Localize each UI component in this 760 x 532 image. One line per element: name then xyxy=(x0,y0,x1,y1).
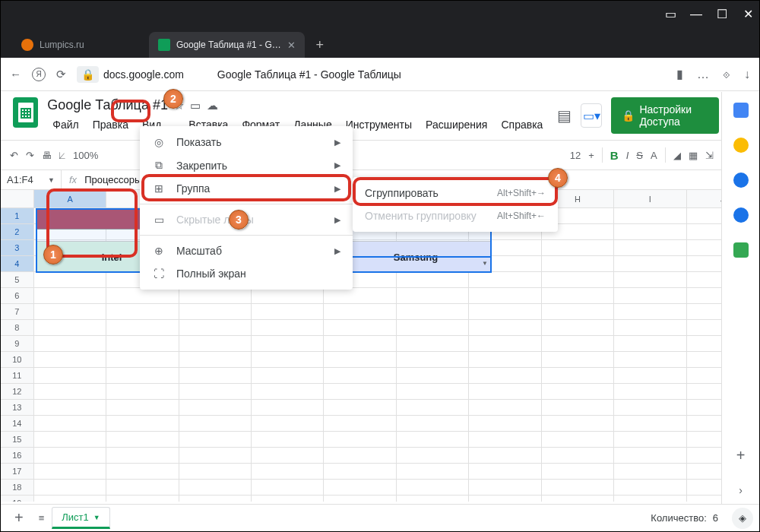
yandex-icon[interactable]: Я xyxy=(32,68,46,81)
menu-item[interactable]: СгруппироватьAlt+Shift+→ xyxy=(353,182,558,204)
cell[interactable] xyxy=(106,480,179,496)
browser-tab-active[interactable]: Google Таблица #1 - G… ✕ xyxy=(149,32,305,58)
cell[interactable] xyxy=(542,240,614,256)
merge-button[interactable]: ⇲ xyxy=(705,150,714,161)
column-header[interactable]: I xyxy=(614,190,686,208)
cell[interactable] xyxy=(397,304,469,320)
cell[interactable] xyxy=(397,320,469,336)
row-header[interactable]: 5 xyxy=(1,272,34,288)
new-tab-button[interactable]: + xyxy=(309,34,331,55)
cell[interactable] xyxy=(106,400,179,416)
cell[interactable] xyxy=(252,496,324,502)
all-sheets-button[interactable]: ≡ xyxy=(31,512,52,524)
spreadsheet-grid[interactable]: ABCDEFGHIJ123456789101112131415161718192… xyxy=(1,190,759,502)
cell[interactable] xyxy=(542,304,614,320)
print-button[interactable]: 🖶 xyxy=(42,150,52,161)
cell[interactable] xyxy=(179,336,252,352)
cell[interactable] xyxy=(179,448,252,464)
cell[interactable] xyxy=(106,432,179,448)
fill-color-button[interactable]: ◢ xyxy=(673,150,681,161)
cell[interactable] xyxy=(324,336,396,352)
cell[interactable] xyxy=(397,352,469,368)
cell[interactable] xyxy=(469,384,541,400)
menu-item[interactable]: ⧉Закрепить▶ xyxy=(140,154,353,177)
cell[interactable] xyxy=(469,320,541,336)
explore-button[interactable]: ◈ xyxy=(732,508,753,529)
comments-icon[interactable]: ▤ xyxy=(557,106,572,125)
cell[interactable] xyxy=(614,256,686,272)
formula-content[interactable]: Процессоры xyxy=(84,174,141,185)
cell[interactable] xyxy=(106,368,179,384)
cell[interactable] xyxy=(34,320,106,336)
undo-button[interactable]: ↶ xyxy=(10,150,18,161)
menu-extensions[interactable]: Расширения xyxy=(420,116,492,133)
cell[interactable] xyxy=(542,336,614,352)
cell[interactable] xyxy=(324,496,396,502)
cell[interactable] xyxy=(397,448,469,464)
cell[interactable] xyxy=(252,448,324,464)
cell[interactable] xyxy=(106,448,179,464)
cell[interactable] xyxy=(542,272,614,288)
cell[interactable] xyxy=(34,400,106,416)
cell[interactable] xyxy=(397,400,469,416)
cell[interactable] xyxy=(179,496,252,502)
move-icon[interactable]: ▭ xyxy=(190,99,201,112)
cell[interactable] xyxy=(614,240,686,256)
cell[interactable] xyxy=(614,432,686,448)
cell[interactable] xyxy=(614,336,686,352)
row-header[interactable]: 4 xyxy=(1,256,34,272)
bold-button[interactable]: B xyxy=(610,149,619,162)
cell[interactable] xyxy=(179,304,252,320)
sheet-tab[interactable]: Лист1 ▼ xyxy=(52,507,109,529)
merged-cell-samsung[interactable]: Samsung xyxy=(340,241,492,273)
contacts-icon[interactable] xyxy=(733,207,749,223)
cell[interactable] xyxy=(614,400,686,416)
cell[interactable] xyxy=(324,320,396,336)
cell[interactable] xyxy=(469,496,541,502)
cell[interactable] xyxy=(397,384,469,400)
row-header[interactable]: 14 xyxy=(1,416,34,432)
collapse-panel-button[interactable]: › xyxy=(739,484,743,496)
cell[interactable] xyxy=(252,416,324,432)
cell[interactable] xyxy=(179,320,252,336)
zoom-select[interactable]: 100% xyxy=(73,150,98,161)
cell[interactable] xyxy=(324,416,396,432)
bookmark-icon[interactable]: ▮ xyxy=(676,67,683,81)
cell[interactable] xyxy=(542,432,614,448)
cell[interactable] xyxy=(252,368,324,384)
menu-help[interactable]: Справка xyxy=(496,116,548,133)
menu-item[interactable]: ⛶Полный экран xyxy=(140,262,353,285)
cell[interactable] xyxy=(542,400,614,416)
window-minimize-button[interactable]: — xyxy=(691,9,701,20)
font-size-select[interactable]: 12 xyxy=(570,150,581,161)
cell[interactable] xyxy=(614,368,686,384)
name-box[interactable]: A1:F4▼ xyxy=(1,170,62,189)
cell[interactable] xyxy=(614,352,686,368)
cell[interactable] xyxy=(542,368,614,384)
cell[interactable] xyxy=(34,352,106,368)
borders-button[interactable]: ▦ xyxy=(689,150,698,161)
row-header[interactable]: 2 xyxy=(1,224,34,240)
sheets-logo-icon[interactable] xyxy=(13,97,38,128)
redo-button[interactable]: ↷ xyxy=(26,150,34,161)
italic-button[interactable]: I xyxy=(626,150,629,161)
cell[interactable] xyxy=(469,464,541,480)
downloads-icon[interactable]: ↓ xyxy=(744,68,750,81)
cell[interactable] xyxy=(324,288,396,304)
row-header[interactable]: 18 xyxy=(1,480,34,496)
cell[interactable] xyxy=(324,432,396,448)
cell[interactable] xyxy=(179,384,252,400)
cell[interactable] xyxy=(324,384,396,400)
cell[interactable] xyxy=(614,384,686,400)
cell[interactable] xyxy=(469,432,541,448)
cell[interactable] xyxy=(106,384,179,400)
sheet-menu-icon[interactable]: ▼ xyxy=(93,514,100,521)
cell[interactable] xyxy=(542,288,614,304)
row-header[interactable]: 19 xyxy=(1,496,34,502)
cell[interactable] xyxy=(469,400,541,416)
add-panel-button[interactable]: + xyxy=(736,447,746,464)
cell[interactable] xyxy=(614,448,686,464)
cell[interactable] xyxy=(397,464,469,480)
cell[interactable] xyxy=(469,352,541,368)
menu-file[interactable]: Файл xyxy=(47,116,84,133)
